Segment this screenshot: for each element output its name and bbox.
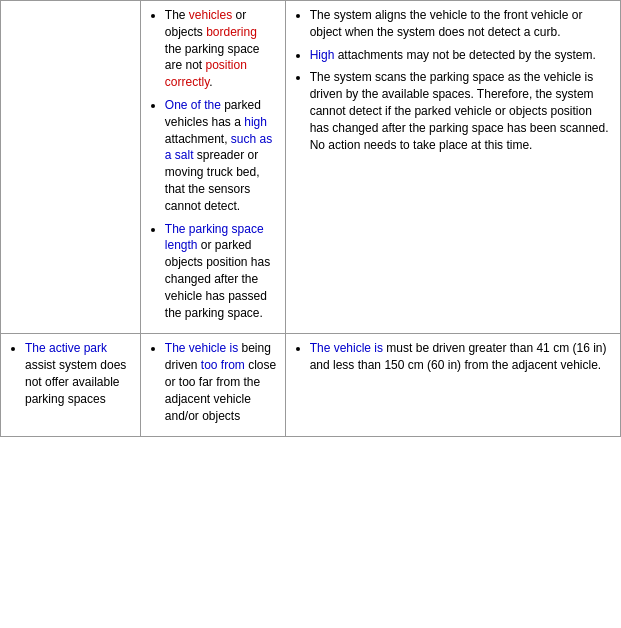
list-item: The vehicles or objects bordering the pa… xyxy=(165,7,277,91)
table-cell-row1-col2: The vehicles or objects bordering the pa… xyxy=(140,1,285,334)
list-item: The parking space length or parked objec… xyxy=(165,221,277,322)
list-item: The system aligns the vehicle to the fro… xyxy=(310,7,612,41)
list-item: The vehicle is must be driven greater th… xyxy=(310,340,612,374)
table-cell-row1-col1 xyxy=(1,1,141,334)
table-cell-row2-col2: The vehicle is being driven too from clo… xyxy=(140,334,285,437)
table-cell-row1-col3: The system aligns the vehicle to the fro… xyxy=(285,1,620,334)
list-item: The system scans the parking space as th… xyxy=(310,69,612,153)
list-item: The vehicle is being driven too from clo… xyxy=(165,340,277,424)
list-item: High attachments may not be detected by … xyxy=(310,47,612,64)
table-cell-row2-col3: The vehicle is must be driven greater th… xyxy=(285,334,620,437)
list-item: One of the parked vehicles has a high at… xyxy=(165,97,277,215)
list-item: The active park assist system does not o… xyxy=(25,340,132,407)
table-cell-row2-col1: The active park assist system does not o… xyxy=(1,334,141,437)
